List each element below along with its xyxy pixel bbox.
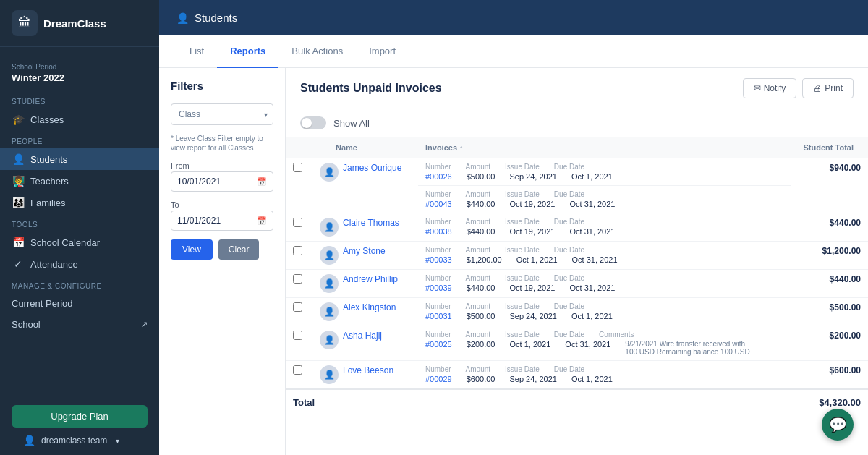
sidebar-body: School Period Winter 2022 Studies 🎓 Clas…	[0, 47, 159, 396]
invoice-issue-date: Oct 19, 2021	[509, 200, 555, 208]
table-row: 👤 Asha Hajij Number Amount Issue Date Du…	[286, 326, 868, 361]
invoice-line-labels: Number Amount Issue Date Due Date	[425, 302, 783, 310]
user-icon: 👤	[23, 435, 35, 446]
sidebar-item-families[interactable]: 👨‍👩‍👧 Families	[0, 192, 159, 213]
invoice-line-values: #00026 $500.00 Sep 24, 2021 Oct 1, 2021	[425, 172, 783, 181]
student-total-cell: $440.00	[791, 213, 868, 242]
student-name-cell: 👤 Claire Thomas	[310, 213, 418, 242]
manage-section-label: Manage & Configure	[0, 275, 159, 293]
school-period-block: School Period Winter 2022	[0, 56, 159, 90]
tab-bulk-actions[interactable]: Bulk Actions	[278, 35, 356, 68]
invoice-number[interactable]: #00033	[425, 255, 452, 264]
avatar: 👤	[320, 246, 339, 265]
student-name[interactable]: Amy Stone	[343, 246, 386, 256]
student-name[interactable]: Andrew Phillip	[343, 274, 398, 284]
clear-button[interactable]: Clear	[218, 239, 260, 260]
student-name[interactable]: James Ourique	[343, 163, 401, 173]
tab-import[interactable]: Import	[356, 35, 409, 68]
to-filter-group: To 11/01/2021 📅	[171, 200, 273, 231]
invoice-due-date: Oct 31, 2021	[569, 200, 615, 208]
invoice-issue-date: Oct 1, 2021	[516, 255, 558, 264]
invoice-number[interactable]: #00025	[425, 340, 452, 356]
table-row: 👤 Claire Thomas Number Amount Issue Date…	[286, 213, 868, 242]
row-checkbox[interactable]	[293, 163, 302, 172]
invoice-number[interactable]: #00039	[425, 284, 452, 292]
from-filter-group: From 10/01/2021 📅	[171, 161, 273, 192]
invoice-amount: $440.00	[467, 284, 495, 292]
sidebar-item-school-calendar[interactable]: 📅 School Calendar	[0, 231, 159, 253]
filter-buttons: View Clear	[171, 239, 273, 260]
issue-date-label: Issue Date	[505, 190, 540, 198]
show-all-row: Show All	[286, 109, 868, 137]
view-button[interactable]: View	[171, 239, 213, 260]
class-filter-select[interactable]: Class	[171, 103, 273, 125]
invoice-details: Number Amount Issue Date Due Date #00026…	[425, 163, 783, 181]
row-checkbox[interactable]	[293, 274, 302, 284]
sidebar-item-classes[interactable]: 🎓 Classes	[0, 109, 159, 130]
avatar: 👤	[320, 274, 339, 293]
chat-button[interactable]: 💬	[822, 409, 854, 441]
calendar-icon: 📅	[12, 237, 25, 248]
row-checkbox[interactable]	[293, 246, 302, 255]
table-row: 👤 Love Beeson Number Amount Issue Date D…	[286, 361, 868, 390]
invoice-amount: $200.00	[467, 340, 495, 356]
student-cell: 👤 James Ourique	[317, 163, 411, 182]
to-date-input[interactable]: 11/01/2021 📅	[171, 211, 273, 231]
student-name[interactable]: Claire Thomas	[343, 218, 399, 228]
avatar: 👤	[320, 302, 339, 321]
invoice-due-date: Oct 1, 2021	[571, 375, 613, 383]
row-checkbox[interactable]	[293, 218, 302, 227]
invoice-number[interactable]: #00043	[425, 200, 452, 208]
topbar-title: Students	[195, 12, 237, 24]
show-all-toggle[interactable]	[300, 116, 326, 129]
sidebar-item-teachers[interactable]: 👨‍🏫 Teachers	[0, 170, 159, 192]
attendance-icon: ✓	[12, 258, 25, 270]
invoice-detail-cell: Number Amount Issue Date Due Date Commen…	[418, 326, 791, 361]
sidebar-item-current-period[interactable]: Current Period	[0, 293, 159, 314]
user-row[interactable]: 👤 dreamclass team ▾	[12, 428, 148, 446]
row-checkbox[interactable]	[293, 365, 302, 375]
th-name: Name	[310, 137, 418, 158]
row-checkbox[interactable]	[293, 302, 302, 312]
sidebar-item-my-school[interactable]: School ↗	[0, 314, 159, 335]
from-date-value: 10/01/2021	[177, 177, 221, 187]
tab-reports[interactable]: Reports	[217, 35, 278, 68]
student-name[interactable]: Love Beeson	[343, 365, 393, 375]
invoice-number[interactable]: #00031	[425, 312, 452, 320]
invoice-details: Number Amount Issue Date Due Date #00039…	[425, 274, 783, 292]
invoice-number[interactable]: #00029	[425, 375, 452, 383]
total-label: Total	[286, 389, 791, 415]
invoice-number[interactable]: #00026	[425, 172, 452, 181]
row-checkbox-cell	[286, 361, 310, 390]
upgrade-plan-button[interactable]: Upgrade Plan	[12, 405, 148, 428]
student-name[interactable]: Asha Hajij	[343, 331, 382, 341]
student-total-cell: $440.00	[791, 270, 868, 298]
invoice-amount: $1,200.00	[467, 255, 502, 264]
invoice-line-values: #00031 $500.00 Sep 24, 2021 Oct 1, 2021	[425, 312, 783, 320]
from-date-input[interactable]: 10/01/2021 📅	[171, 171, 273, 192]
number-label: Number	[425, 246, 451, 254]
filter-note: * Leave Class Filter empty to view repor…	[171, 134, 273, 153]
student-cell: 👤 Alex Kingston	[317, 302, 411, 321]
amount-label: Amount	[466, 218, 490, 226]
sidebar-item-attendance[interactable]: ✓ Attendance	[0, 253, 159, 275]
notify-icon: ✉	[754, 83, 761, 93]
tab-list[interactable]: List	[176, 35, 217, 68]
invoice-detail-cell: Number Amount Issue Date Due Date #00033…	[418, 242, 791, 270]
toggle-knob	[302, 118, 312, 128]
report-actions: ✉ Notify 🖨 Print	[743, 78, 854, 98]
avatar: 👤	[320, 163, 339, 182]
row-checkbox[interactable]	[293, 331, 302, 340]
avatar: 👤	[320, 218, 339, 237]
avatar: 👤	[320, 331, 339, 349]
to-calendar-icon: 📅	[257, 216, 267, 226]
students-icon: 👤	[12, 153, 25, 165]
student-name[interactable]: Alex Kingston	[343, 302, 396, 312]
student-cell: 👤 Love Beeson	[317, 365, 411, 384]
topbar: 👤 Students	[159, 0, 868, 35]
invoice-number[interactable]: #00038	[425, 227, 452, 236]
print-button[interactable]: 🖨 Print	[802, 78, 854, 98]
invoice-details: Number Amount Issue Date Due Date #00029…	[425, 365, 783, 383]
sidebar-item-students[interactable]: 👤 Students	[0, 148, 159, 170]
notify-button[interactable]: ✉ Notify	[743, 78, 797, 98]
